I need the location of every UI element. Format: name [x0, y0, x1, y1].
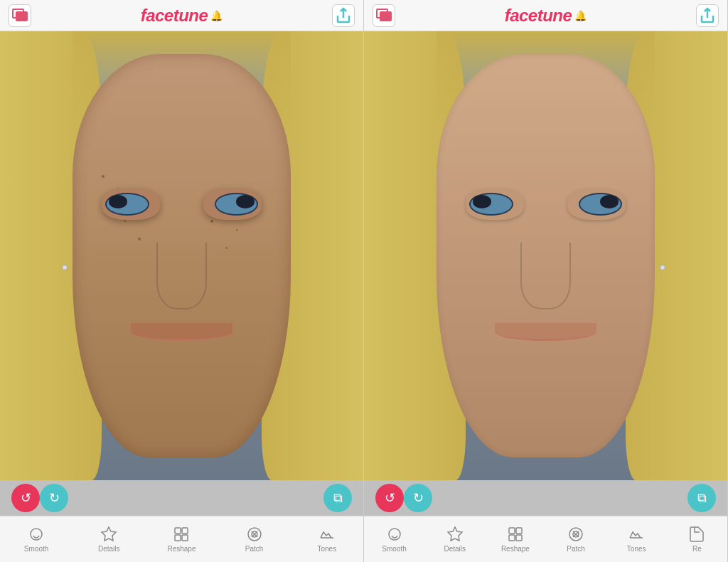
right-pupil-r — [600, 195, 619, 208]
smooth-label-left: Smooth — [24, 545, 48, 553]
svg-rect-8 — [182, 535, 188, 541]
tool-patch-right[interactable]: Patch — [558, 526, 594, 553]
svg-rect-7 — [175, 535, 181, 541]
svg-marker-4 — [102, 527, 116, 541]
patch-icon-left — [246, 526, 263, 543]
tool-patch-left[interactable]: Patch — [237, 526, 272, 553]
tones-label-right: Tones — [627, 545, 646, 553]
share-icon-right[interactable] — [696, 4, 719, 27]
tool-details-left[interactable]: Details — [91, 526, 127, 553]
copy-button-left[interactable]: ⧉ — [323, 484, 352, 512]
details-label-left: Details — [98, 545, 120, 553]
controls-right: ↺ ↻ ⧉ — [364, 480, 727, 516]
toolbar-left: Smooth Details Reshape Patch — [0, 516, 363, 562]
tool-details-right[interactable]: Details — [437, 526, 473, 553]
smooth-icon-right — [386, 526, 403, 543]
controls-left: ↺ ↻ ⧉ — [0, 480, 363, 516]
svg-rect-13 — [380, 12, 391, 21]
patch-label-right: Patch — [567, 545, 585, 553]
nose-r — [520, 243, 572, 310]
header-left: facetune 🔔 — [0, 0, 363, 31]
app-title-left: facetune 🔔 — [141, 6, 223, 26]
re-icon-right — [688, 526, 705, 543]
svg-rect-5 — [175, 528, 181, 534]
tool-reshape-left[interactable]: Reshape — [164, 526, 199, 553]
reshape-icon-left — [173, 526, 190, 543]
freckle-8 — [236, 229, 238, 231]
smooth-label-right: Smooth — [382, 545, 406, 553]
left-panel: facetune 🔔 — [0, 0, 364, 562]
svg-marker-16 — [448, 527, 462, 541]
right-pupil — [236, 195, 255, 208]
tones-icon-right — [628, 526, 645, 543]
share-icon-left[interactable] — [332, 4, 355, 27]
tool-smooth-left[interactable]: Smooth — [18, 526, 54, 553]
face-container-right — [364, 31, 727, 480]
left-pupil-r — [473, 195, 491, 208]
reshape-label-left: Reshape — [167, 545, 196, 553]
bell-icon-right: 🔔 — [574, 10, 587, 21]
svg-rect-1 — [16, 12, 27, 21]
redo-button-right[interactable]: ↻ — [404, 484, 432, 512]
svg-rect-6 — [182, 528, 188, 534]
face-container-left — [0, 31, 363, 480]
redo-button-left[interactable]: ↻ — [40, 484, 68, 512]
nose — [156, 243, 208, 310]
header-right: facetune 🔔 — [364, 0, 727, 31]
svg-rect-20 — [516, 535, 522, 541]
svg-rect-17 — [509, 528, 515, 534]
tool-tones-right[interactable]: Tones — [619, 526, 654, 553]
photo-area-left — [0, 31, 363, 480]
tones-label-left: Tones — [318, 545, 337, 553]
reshape-icon-right — [507, 526, 524, 543]
svg-rect-18 — [516, 528, 522, 534]
details-icon-right — [446, 526, 464, 543]
copy-button-right[interactable]: ⧉ — [687, 484, 716, 512]
patch-icon-right — [567, 526, 584, 543]
toolbar-right: Smooth Details Reshape Patch — [364, 516, 727, 562]
earring-left — [62, 265, 68, 270]
svg-rect-19 — [509, 535, 515, 541]
left-pupil — [109, 195, 127, 208]
details-icon-left — [100, 526, 117, 543]
right-panel: facetune 🔔 — [364, 0, 728, 562]
patch-label-left: Patch — [245, 545, 264, 553]
tool-tones-left[interactable]: Tones — [309, 526, 345, 553]
tones-icon-left — [318, 526, 336, 543]
re-label-right: Re — [692, 545, 702, 553]
tool-smooth-right[interactable]: Smooth — [377, 526, 412, 553]
undo-button-left[interactable]: ↺ — [11, 484, 40, 512]
app-title-right: facetune 🔔 — [505, 6, 587, 26]
reshape-label-right: Reshape — [501, 545, 530, 553]
undo-button-right[interactable]: ↺ — [375, 484, 404, 512]
tool-re-right[interactable]: Re — [679, 526, 714, 553]
tool-reshape-right[interactable]: Reshape — [498, 526, 533, 553]
freckle-11 — [225, 247, 228, 249]
freckle-1 — [102, 175, 105, 178]
photo-library-icon-left[interactable] — [9, 4, 31, 27]
photo-area-right — [364, 31, 727, 480]
bell-icon-left: 🔔 — [210, 10, 223, 21]
freckle-9 — [124, 220, 126, 222]
smooth-icon-left — [28, 526, 45, 543]
photo-library-icon-right[interactable] — [373, 4, 395, 27]
details-label-right: Details — [444, 545, 466, 553]
